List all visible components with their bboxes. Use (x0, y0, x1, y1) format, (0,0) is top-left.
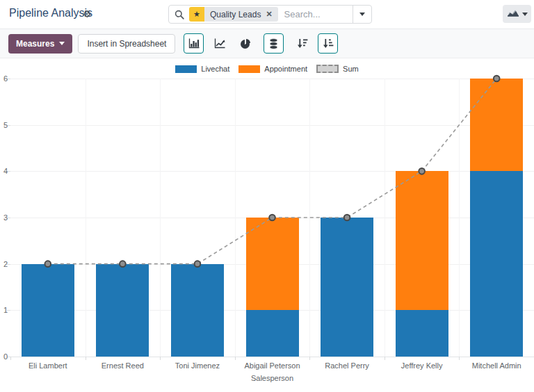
y-axis-label: 6 (0, 74, 8, 83)
y-axis-label: 5 (0, 121, 8, 129)
caret-down-icon (359, 13, 365, 16)
y-axis-label: 1 (0, 306, 8, 314)
bar-chart-button[interactable] (184, 33, 204, 54)
search-bar[interactable]: ★ Quality Leads ✕ Search... (168, 5, 372, 24)
x-tick-mark (385, 357, 385, 360)
stacked-icon (268, 38, 279, 49)
sum-point[interactable] (344, 215, 350, 221)
legend-swatch (316, 65, 339, 73)
sum-point[interactable] (269, 215, 275, 221)
gear-icon[interactable]: ⚙ (83, 8, 92, 19)
sort-descending-button[interactable] (292, 33, 312, 54)
search-icon (175, 10, 184, 19)
line-chart-button[interactable] (209, 33, 229, 54)
x-tick-mark (160, 357, 161, 360)
x-tick-mark (10, 357, 11, 360)
x-axis-label: Eli Lambert (29, 361, 67, 370)
stacked-button[interactable] (264, 33, 284, 54)
sort-ascending-button[interactable] (318, 33, 338, 54)
y-axis-label: 0 (0, 352, 8, 361)
sort-descending-icon (297, 38, 308, 49)
top-navbar: Pipeline Analysis ⚙ ★ Quality Leads ✕ Se… (0, 0, 534, 29)
chart-section: LivechatAppointmentSum Salesperson 01234… (0, 59, 534, 392)
sum-line-layer (10, 79, 534, 357)
star-icon: ★ (189, 7, 204, 22)
y-axis-label: 3 (0, 213, 8, 222)
plot-area: Salesperson 0123456Eli LambertErnest Ree… (10, 79, 534, 357)
sum-line (48, 79, 496, 264)
x-axis-title: Salesperson (251, 374, 293, 382)
legend-item-appointment[interactable]: Appointment (238, 65, 307, 73)
view-switcher-button[interactable] (503, 5, 531, 23)
legend-label: Sum (343, 65, 359, 73)
page-title: Pipeline Analysis (9, 7, 92, 19)
facet-label: Quality Leads (210, 10, 261, 19)
sort-ascending-icon (323, 38, 334, 49)
line-chart-icon (214, 38, 225, 49)
x-tick-mark (86, 357, 86, 360)
legend-item-livechat[interactable]: Livechat (175, 65, 229, 73)
legend-label: Livechat (201, 65, 229, 73)
legend-swatch (175, 65, 197, 73)
sum-point[interactable] (494, 76, 500, 82)
sum-point[interactable] (419, 168, 425, 174)
chart-legend: LivechatAppointmentSum (0, 65, 534, 73)
area-chart-icon (507, 8, 519, 19)
x-tick-mark (235, 357, 236, 360)
x-axis-label: Toni Jimenez (175, 361, 220, 370)
pie-chart-button[interactable] (235, 33, 255, 54)
insert-in-spreadsheet-button[interactable]: Insert in Spreadsheet (78, 34, 175, 54)
search-dropdown-toggle[interactable] (353, 6, 371, 23)
grid-line (10, 357, 534, 357)
pie-chart-icon (241, 39, 250, 49)
caret-down-icon (59, 42, 65, 45)
search-facet[interactable]: ★ Quality Leads ✕ (189, 7, 278, 22)
x-tick-mark (459, 357, 460, 360)
legend-label: Appointment (264, 65, 307, 73)
pipeline-analysis-app: Pipeline Analysis ⚙ ★ Quality Leads ✕ Se… (0, 0, 534, 392)
x-axis-label: Abigail Peterson (244, 361, 300, 370)
x-axis-label: Jeffrey Kelly (401, 361, 443, 370)
legend-swatch (238, 65, 260, 73)
sum-point[interactable] (44, 261, 51, 267)
search-input[interactable]: Search... (284, 9, 353, 19)
measures-button[interactable]: Measures (8, 34, 72, 54)
sum-point[interactable] (195, 261, 201, 267)
y-axis-label: 4 (0, 167, 8, 175)
y-axis-label: 2 (0, 260, 8, 268)
control-toolbar: Measures Insert in Spreadsheet (0, 29, 534, 58)
x-axis-label: Ernest Reed (102, 361, 144, 370)
close-icon[interactable]: ✕ (266, 10, 272, 19)
x-tick-mark (309, 357, 310, 360)
sum-point[interactable] (120, 261, 126, 267)
legend-item-sum[interactable]: Sum (316, 65, 359, 73)
bar-chart-icon (188, 38, 200, 49)
x-axis-label: Rachel Perry (325, 361, 369, 370)
x-axis-label: Mitchell Admin (472, 361, 521, 370)
caret-down-icon (522, 13, 528, 16)
